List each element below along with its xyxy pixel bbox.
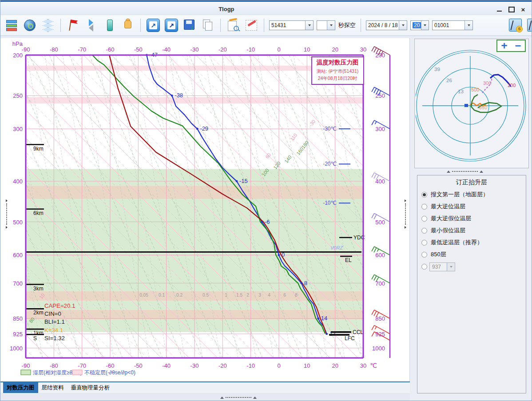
- date-picker[interactable]: 2024 / 8 / 18: [366, 20, 407, 30]
- maximize-button[interactable]: [507, 6, 516, 13]
- bottom-splitter-handle[interactable]: [220, 395, 278, 400]
- x-tick-top: -60: [106, 46, 115, 53]
- radio-unselected[interactable]: [421, 216, 427, 222]
- station-value: 51431: [271, 22, 286, 28]
- temp-unit-label: ℃: [370, 362, 377, 369]
- secondary-combo[interactable]: [317, 20, 335, 30]
- lift-option[interactable]: 最大逆位温层: [421, 202, 526, 210]
- titlebar: Tlogp ×: [0, 2, 532, 15]
- mixing-ratio-label: 6: [283, 293, 286, 298]
- skewt-multi-icon[interactable]: M: [526, 18, 532, 33]
- hodograph-origin-marker: [465, 104, 468, 107]
- mixing-ratio-label: 4: [268, 293, 270, 298]
- panel-icon[interactable]: [102, 18, 117, 33]
- hodograph-level-label: 300: [483, 80, 491, 86]
- x-tick-bottom: -80: [50, 362, 58, 369]
- pressure-tick-left: 925: [13, 331, 23, 337]
- pressure-tick-left: 250: [13, 92, 23, 99]
- radio-selected[interactable]: [421, 192, 427, 198]
- mixing-ratio-label: 1: [225, 293, 227, 298]
- radio-unselected[interactable]: [421, 264, 427, 270]
- radio-unselected[interactable]: [421, 252, 427, 258]
- lift-options: 报文第一层（地面层）最大逆位温层最大逆假位温层最小假位温层最低逆温层（推荐）85…: [417, 191, 526, 270]
- radio-unselected[interactable]: [421, 204, 427, 210]
- tab-层结资料[interactable]: 层结资料: [38, 382, 67, 393]
- right-splitter-handle[interactable]: [447, 169, 496, 174]
- zoom-out-button[interactable]: −: [515, 41, 521, 50]
- secondary-combo-arrow[interactable]: [327, 21, 335, 30]
- radio-unselected[interactable]: [421, 240, 427, 246]
- obs-code-combo[interactable]: 01001: [432, 20, 473, 30]
- obs-code-combo-arrow[interactable]: [465, 21, 472, 30]
- station-combo[interactable]: 51431: [269, 20, 314, 30]
- lift-option-label: 最低逆温层（推荐）: [431, 238, 483, 246]
- specified-level-arrow[interactable]: [447, 263, 455, 271]
- lift-option[interactable]: 最大逆假位温层: [421, 214, 526, 222]
- skewt-single-icon[interactable]: S: [508, 18, 523, 33]
- radio-unselected[interactable]: [421, 228, 427, 234]
- globe-icon[interactable]: [22, 18, 37, 33]
- lift-option[interactable]: 报文第一层（地面层）: [421, 191, 526, 199]
- temp-point: [326, 333, 328, 335]
- chart-right-splitter-handle[interactable]: [405, 199, 406, 229]
- mixing-ratio-label: 2: [246, 293, 249, 298]
- pressure-tick-left: 500: [13, 219, 23, 226]
- isoline-label: 140: [283, 154, 293, 164]
- hodograph-level-label: 850: [479, 105, 487, 110]
- pressure-tick-right: 1000: [372, 345, 385, 352]
- save-icon[interactable]: ↓: [182, 18, 197, 33]
- lift-option[interactable]: 最低逆温层（推荐）: [421, 238, 526, 246]
- x-tick-bottom: 10: [304, 362, 310, 369]
- sounding-type-label: 秒探空: [338, 21, 356, 29]
- minimize-button[interactable]: [494, 6, 504, 13]
- lift-option[interactable]: 最小假位温层: [421, 226, 526, 234]
- zoom-in-button[interactable]: +: [501, 41, 507, 50]
- temp-point: [236, 180, 238, 183]
- left-splitter-handle[interactable]: [6, 199, 8, 229]
- copy-icon[interactable]: [200, 18, 215, 33]
- x-tick-top: -80: [50, 46, 58, 53]
- pressure-tick-right: 500: [375, 219, 385, 226]
- isoline-label: 160180: [295, 140, 310, 156]
- lift-option[interactable]: 850层: [421, 250, 526, 258]
- swap-arrows-icon[interactable]: [84, 18, 99, 33]
- isotherm-marker-label: -20℃: [323, 161, 337, 167]
- isoline-label: 60: [264, 152, 272, 159]
- temp-label: -6: [265, 218, 270, 225]
- export-alt-icon[interactable]: ↗: [164, 18, 179, 33]
- report-search-icon[interactable]: [226, 18, 241, 33]
- hour-combo[interactable]: 20: [410, 20, 429, 30]
- mixing-ratio-label: 8: [295, 293, 298, 298]
- mixing-ratio-label: 1.5: [236, 293, 242, 298]
- pressure-tick-right: 600: [375, 252, 385, 258]
- date-picker-arrow[interactable]: [399, 21, 407, 30]
- pressure-tick-left: 1000: [10, 345, 23, 352]
- tab-垂直物理量分析[interactable]: 垂直物理量分析: [67, 382, 114, 393]
- close-button[interactable]: ×: [518, 6, 528, 13]
- height-marker-label: 3km: [33, 286, 44, 292]
- flag-icon[interactable]: [66, 18, 81, 33]
- tlogp-window: { "window": {"title": "Tlogp", "close_gl…: [0, 0, 532, 401]
- hour-combo-arrow[interactable]: [421, 21, 429, 30]
- pressure-tick-right: 300: [375, 126, 385, 132]
- hodograph-level-label: 200: [508, 83, 516, 88]
- temp-point: [261, 221, 263, 223]
- specified-level-dropdown[interactable]: 937: [429, 262, 455, 271]
- isoline-label: -30: [308, 119, 316, 127]
- x-tick-bottom: -90: [22, 362, 30, 369]
- height-marker-label: 9km: [33, 146, 44, 152]
- temp-point: [300, 282, 302, 284]
- station-combo-arrow[interactable]: [305, 21, 313, 30]
- tab-对数压力图[interactable]: 对数压力图: [3, 382, 38, 393]
- export-icon[interactable]: ↗: [146, 18, 161, 33]
- x-tick-bottom: -50: [134, 362, 143, 369]
- temp-point: [278, 254, 280, 256]
- legend-swatch-unstable: [72, 370, 82, 375]
- temp-point: [171, 95, 173, 97]
- layer-list-icon[interactable]: [4, 18, 19, 33]
- v0rz-label: V0RZ: [330, 245, 343, 250]
- hand-icon[interactable]: [120, 18, 135, 33]
- layers-icon[interactable]: [40, 18, 56, 33]
- badge-s: S: [516, 26, 523, 32]
- edit-canvas-icon[interactable]: [244, 18, 259, 33]
